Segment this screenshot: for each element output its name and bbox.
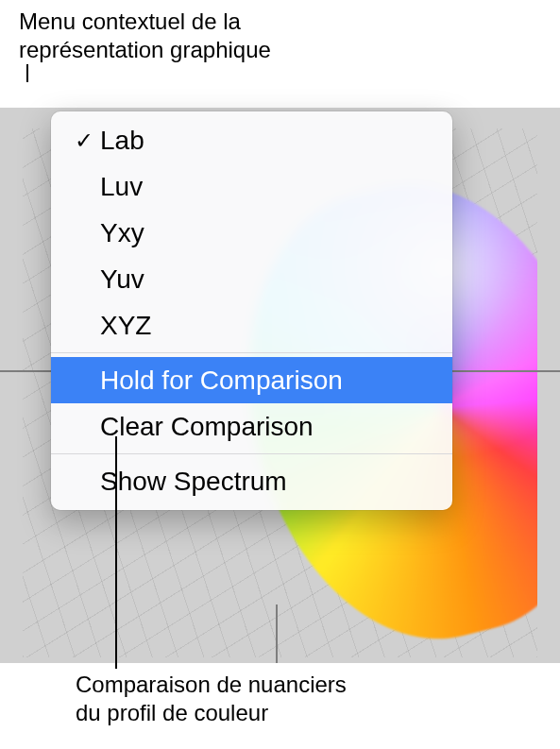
plot-axis-vertical xyxy=(276,604,278,663)
menu-item-lab[interactable]: ✓ Lab xyxy=(51,117,452,163)
callout-top-label: Menu contextuel de lareprésentation grap… xyxy=(19,8,271,64)
callout-leader-line xyxy=(115,436,117,669)
menu-item-label: Luv xyxy=(100,172,435,202)
menu-item-label: Show Spectrum xyxy=(100,467,435,497)
menu-separator xyxy=(51,352,452,353)
menu-item-label: Yxy xyxy=(100,218,435,248)
menu-item-xyz[interactable]: XYZ xyxy=(51,302,452,349)
callout-top-text: Menu contextuel de lareprésentation grap… xyxy=(19,9,271,62)
callout-bottom-text: Comparaison de nuanciersdu profil de cou… xyxy=(76,672,347,725)
menu-separator xyxy=(51,453,452,454)
menu-item-label: Hold for Comparison xyxy=(100,366,435,396)
plot-context-menu: ✓ Lab Luv Yxy Yuv XYZ Hold for Compariso… xyxy=(51,111,452,510)
menu-item-label: Clear Comparison xyxy=(100,412,435,442)
menu-item-yuv[interactable]: Yuv xyxy=(51,256,452,302)
menu-item-label: Yuv xyxy=(100,264,435,295)
callout-bottom-label: Comparaison de nuanciersdu profil de cou… xyxy=(76,671,347,727)
menu-item-hold-for-comparison[interactable]: Hold for Comparison xyxy=(51,357,452,403)
menu-item-show-spectrum[interactable]: Show Spectrum xyxy=(51,458,452,504)
checkmark-icon: ✓ xyxy=(68,128,100,154)
menu-item-label: Lab xyxy=(100,126,435,156)
menu-item-clear-comparison[interactable]: Clear Comparison xyxy=(51,403,452,450)
window-titlebar-placeholder xyxy=(0,82,560,108)
menu-item-label: XYZ xyxy=(100,311,435,341)
menu-item-yxy[interactable]: Yxy xyxy=(51,210,452,256)
menu-item-luv[interactable]: Luv xyxy=(51,163,452,210)
